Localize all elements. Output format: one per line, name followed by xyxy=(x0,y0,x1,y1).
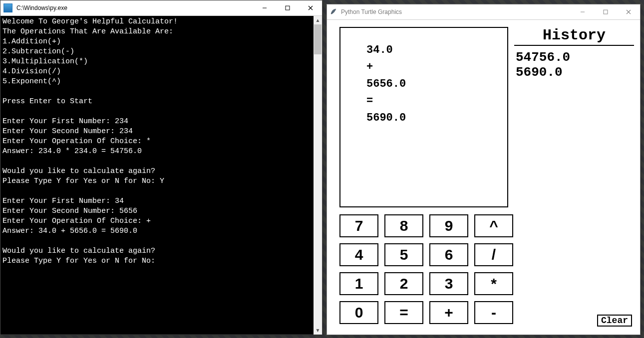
minimize-button[interactable] xyxy=(253,0,276,15)
scroll-thumb[interactable] xyxy=(314,24,322,54)
calculator-keypad: 789^456/123*0=+- xyxy=(339,214,513,324)
key-equals[interactable]: = xyxy=(384,301,423,324)
python-exe-icon xyxy=(3,3,12,12)
console-title: C:\Windows\py.exe xyxy=(15,4,253,11)
console-window: C:\Windows\py.exe Welcome To George's He… xyxy=(0,0,322,335)
scroll-down-arrow-icon[interactable]: ▼ xyxy=(314,326,322,335)
turtle-title: Python Turtle Graphics xyxy=(340,8,571,15)
console-scrollbar[interactable]: ▲ ▼ xyxy=(314,16,322,335)
history-list: 54756.0 5690.0 xyxy=(516,50,570,80)
key-8[interactable]: 8 xyxy=(384,214,423,237)
key-divide[interactable]: / xyxy=(474,243,513,266)
key-6[interactable]: 6 xyxy=(429,243,468,266)
clear-button[interactable]: Clear xyxy=(597,315,632,327)
key-exponent[interactable]: ^ xyxy=(474,214,513,237)
turtle-feather-icon xyxy=(330,8,337,16)
turtle-canvas: 34.0 + 5656.0 = 5690.0 789^456/123*0=+- … xyxy=(327,20,640,335)
key-multiply[interactable]: * xyxy=(474,272,513,295)
key-2[interactable]: 2 xyxy=(384,272,423,295)
calculator-display: 34.0 + 5656.0 = 5690.0 xyxy=(339,27,508,207)
key-7[interactable]: 7 xyxy=(339,214,378,237)
key-plus[interactable]: + xyxy=(429,301,468,324)
turtle-window: Python Turtle Graphics 34.0 + 5656.0 = 5… xyxy=(326,4,641,335)
key-4[interactable]: 4 xyxy=(339,243,378,266)
maximize-button[interactable] xyxy=(276,0,299,15)
close-button[interactable] xyxy=(617,4,640,19)
history-heading: History xyxy=(514,27,634,46)
svg-rect-6 xyxy=(604,10,608,14)
turtle-titlebar[interactable]: Python Turtle Graphics xyxy=(327,4,640,20)
key-9[interactable]: 9 xyxy=(429,214,468,237)
console-output[interactable]: Welcome To George's Helpful Calculator! … xyxy=(0,16,322,335)
svg-rect-1 xyxy=(286,6,290,10)
maximize-button[interactable] xyxy=(594,4,617,19)
scroll-up-arrow-icon[interactable]: ▲ xyxy=(314,16,322,24)
key-3[interactable]: 3 xyxy=(429,272,468,295)
console-titlebar[interactable]: C:\Windows\py.exe xyxy=(0,0,322,16)
key-1[interactable]: 1 xyxy=(339,272,378,295)
key-minus[interactable]: - xyxy=(474,301,513,324)
minimize-button[interactable] xyxy=(571,4,594,19)
key-5[interactable]: 5 xyxy=(384,243,423,266)
key-0[interactable]: 0 xyxy=(339,301,378,324)
close-button[interactable] xyxy=(299,0,322,15)
